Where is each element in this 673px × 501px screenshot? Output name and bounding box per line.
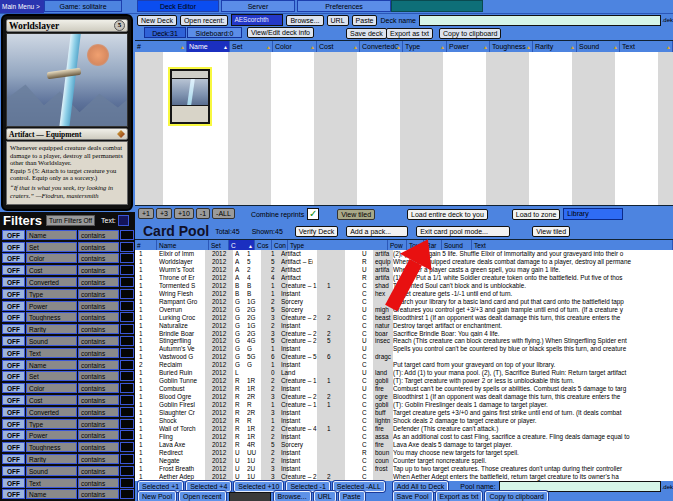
view-edit-deck-info-button[interactable]: View/Edit deck info [247, 27, 314, 38]
export-deck-txt-button[interactable]: Export as txt [386, 28, 433, 39]
save-pool-button[interactable]: Save Pool [393, 491, 433, 501]
filter-value-input[interactable] [120, 230, 134, 240]
filter-off-button[interactable]: OFF [2, 312, 25, 322]
filter-value-input[interactable] [120, 253, 134, 263]
browse-deck-button[interactable]: Browse... [286, 15, 323, 26]
combine-reprints-checkbox[interactable]: ✓ [307, 208, 319, 220]
pool-row[interactable]: 1Slaughter Cr2012R2R3InstantCbuffTarget … [135, 409, 673, 417]
filter-value-input[interactable] [120, 442, 134, 452]
copy-deck-clipboard-button[interactable]: Copy to clipboard [439, 28, 501, 39]
add-a-pack-button[interactable]: Add a pack... [346, 226, 408, 237]
qty-button-plus3[interactable]: +3 [156, 208, 172, 219]
qty-button-minus1[interactable]: -1 [196, 208, 210, 219]
filter-value-input[interactable] [120, 407, 134, 417]
filter-value-input[interactable] [120, 466, 134, 476]
filter-mode-select[interactable]: contains [78, 289, 119, 299]
filter-off-button[interactable]: OFF [2, 253, 25, 263]
filter-value-input[interactable] [120, 360, 134, 370]
tab-game-solitaire[interactable]: Game: solitaire [44, 0, 122, 12]
filter-value-input[interactable] [120, 324, 134, 334]
filter-mode-select[interactable]: contains [78, 277, 119, 287]
filter-mode-select[interactable]: contains [78, 395, 119, 405]
pool-row[interactable]: 1Blood Ogre2012R2R3Creature – Og22CogreB… [135, 393, 673, 401]
pool-row[interactable]: 1Fling2012R1R2InstantCassaAs an addition… [135, 433, 673, 441]
filter-mode-select[interactable]: contains [78, 348, 119, 358]
filter-value-input[interactable] [120, 348, 134, 358]
filter-mode-select[interactable]: contains [78, 336, 119, 346]
filter-off-button[interactable]: OFF [2, 395, 25, 405]
pool-row[interactable]: 1Aether Adep2012U1U3Creature – H22CWhen … [135, 473, 673, 481]
filter-mode-select[interactable]: contains [78, 383, 119, 393]
filter-mode-select[interactable]: contains [78, 324, 119, 334]
filter-mode-select[interactable]: contains [78, 242, 119, 252]
main-menu-button[interactable]: Main Menu > [0, 0, 44, 13]
filter-mode-select[interactable]: contains [78, 253, 119, 263]
filter-value-input[interactable] [120, 336, 134, 346]
open-recent-deck-button[interactable]: Open recent: [180, 15, 228, 26]
filter-mode-select[interactable]: contains [78, 442, 119, 452]
filter-mode-select[interactable]: contains [78, 360, 119, 370]
pool-row[interactable]: 1Frost Breath2012U2U3InstantCfrostTap up… [135, 465, 673, 473]
tab-sideboard[interactable]: Sideboard:0 [187, 27, 242, 38]
view-tiled-pool-button[interactable]: View tiled [532, 226, 570, 237]
filter-value-input[interactable] [120, 419, 134, 429]
qty-button-plus10[interactable]: +10 [174, 208, 194, 219]
filter-off-button[interactable]: OFF [2, 489, 25, 499]
filter-off-button[interactable]: OFF [2, 336, 25, 346]
filter-value-input[interactable] [120, 289, 134, 299]
filter-value-input[interactable] [120, 242, 134, 252]
filter-value-input[interactable] [120, 312, 134, 322]
pool-row[interactable]: 1Vastwood G2012G5G6Creature – W56Cdragc [135, 353, 673, 361]
filter-mode-select[interactable]: contains [78, 265, 119, 275]
filter-off-button[interactable]: OFF [2, 371, 25, 381]
pool-row[interactable]: 1Combust2012R1R2InstantUfireCombust can'… [135, 385, 673, 393]
url-deck-button[interactable]: URL [327, 15, 349, 26]
deck-filename-input[interactable]: AEScorchth [231, 14, 283, 26]
filter-off-button[interactable]: OFF [2, 348, 25, 358]
copy-pool-clipboard-button[interactable]: Copy to clipboard [485, 491, 547, 501]
filter-mode-select[interactable]: contains [78, 430, 119, 440]
qty-button-plus1[interactable]: +1 [138, 208, 154, 219]
pool-row[interactable]: 1Redirect2012UUU2InstantRbounYou may cho… [135, 449, 673, 457]
pool-row[interactable]: 1Brindle Boar2012G2G3Creature – Bo22Cboa… [135, 330, 673, 338]
exit-card-pool-mode-button[interactable]: Exit card pool mode... [416, 226, 510, 237]
filter-off-button[interactable]: OFF [2, 442, 25, 452]
new-deck-button[interactable]: New Deck [137, 15, 177, 26]
qty-button-minusall[interactable]: -ALL [212, 208, 235, 219]
filter-off-button[interactable]: OFF [2, 419, 25, 429]
filter-mode-select[interactable]: contains [78, 489, 119, 499]
export-pool-txt-button[interactable]: Export as txt [436, 491, 483, 501]
filters-text-checkbox[interactable] [118, 215, 129, 226]
filter-mode-select[interactable]: contains [78, 301, 119, 311]
pool-row[interactable]: 1Shock2012RR1InstantClightnShock deals 2… [135, 417, 673, 425]
filter-value-input[interactable] [120, 430, 134, 440]
view-tiled-deck-button[interactable]: View tiled [337, 209, 375, 220]
pool-row[interactable]: 1Goblin Firesl2012RR1Creature – Gc11Cgob… [135, 401, 673, 409]
pool-row[interactable]: 1Negate2012U1U2InstantCcounCounter targe… [135, 457, 673, 465]
load-to-zone-button[interactable]: Load to zone [512, 209, 560, 220]
tab-deck[interactable]: Deck:31 [144, 27, 186, 38]
filter-mode-select[interactable]: contains [78, 454, 119, 464]
filter-off-button[interactable]: OFF [2, 478, 25, 488]
url-pool-button[interactable]: URL [314, 491, 336, 501]
browse-pool-button[interactable]: Browse... [274, 491, 311, 501]
tab-server[interactable]: Server [221, 0, 295, 12]
filter-off-button[interactable]: OFF [2, 466, 25, 476]
filter-value-input[interactable] [120, 277, 134, 287]
filter-off-button[interactable]: OFF [2, 265, 25, 275]
pool-row[interactable]: 2Reclaim2012GG1InstantCPut target card f… [135, 361, 673, 369]
filter-mode-select[interactable]: contains [78, 230, 119, 240]
pool-row[interactable]: 1Naturalize2012G1G2InstantCnaturDestroy … [135, 322, 673, 330]
filter-off-button[interactable]: OFF [2, 407, 25, 417]
pool-filename-input[interactable] [229, 492, 271, 501]
save-deck-button[interactable]: Save deck [346, 28, 387, 39]
filter-mode-select[interactable]: contains [78, 478, 119, 488]
deck-name-input[interactable] [419, 15, 661, 26]
filter-mode-select[interactable]: contains [78, 407, 119, 417]
filter-off-button[interactable]: OFF [2, 383, 25, 393]
filter-value-input[interactable] [120, 301, 134, 311]
open-recent-pool-button[interactable]: Open recent [179, 491, 226, 501]
tab-preferences[interactable]: Preferences [297, 0, 391, 12]
filter-mode-select[interactable]: contains [78, 371, 119, 381]
filter-off-button[interactable]: OFF [2, 301, 25, 311]
